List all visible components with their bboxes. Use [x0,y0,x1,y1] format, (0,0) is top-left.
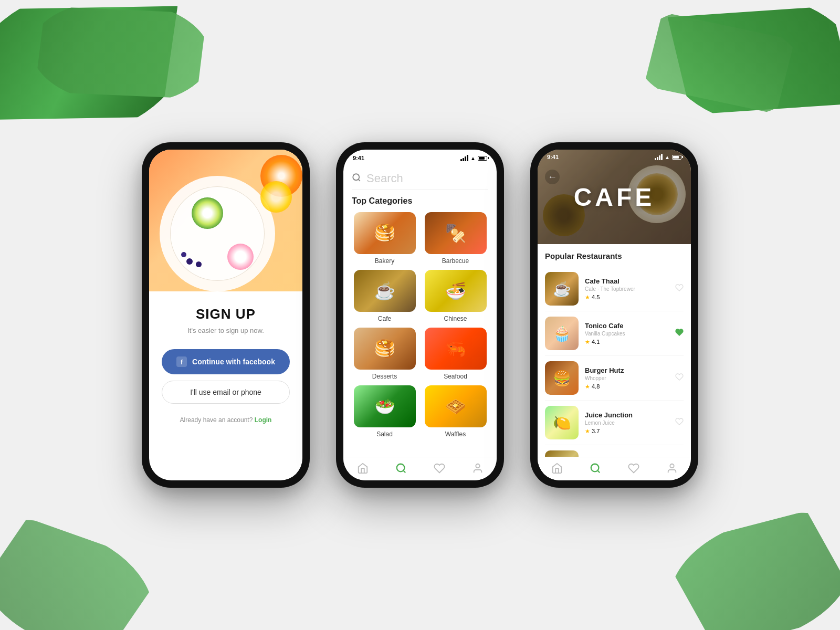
facebook-button[interactable]: f Continue with facebook [162,349,290,374]
nav-search[interactable] [395,463,407,474]
restaurant-thumb-burger-hutz: 🍔 [545,361,579,395]
search-placeholder[interactable]: Search [366,172,403,185]
facebook-icon: f [176,356,187,367]
restaurant-thumb-cafe-thaal: ☕ [545,272,579,306]
plate-decoration [160,176,275,291]
restaurant-item-cafe-thaal[interactable]: ☕ Cafe Thaal Cafe · The Topbrewer ★ 4.5 [545,267,684,311]
nav-search-rest[interactable] [590,463,601,474]
nav-profile[interactable] [472,463,484,474]
restaurant-name-burger-hutz: Burger Hutz [585,366,669,374]
restaurant-name-tonico-cafe: Tonico Cafe [585,322,669,330]
nav-favorites[interactable] [434,463,445,474]
category-img-desserts: 🥞 [354,328,416,370]
wifi-icon: ▲ [470,155,476,161]
categories-grid: 🥞 Bakery 🍢 Barbecue ☕ Cafe 🍜 Chinese 🥞 D… [352,212,488,438]
popular-title: Popular Restaurants [545,251,684,260]
category-item-bakery[interactable]: 🥞 Bakery [352,212,417,265]
favorite-button-burger-hutz[interactable] [675,373,684,383]
nav-favorites-rest[interactable] [628,463,639,474]
restaurant-rating-cafe-thaal: ★ 4.5 [585,294,669,301]
rating-value: 4.8 [592,383,600,390]
restaurant-sub-juice-junction: Lemon Juice [585,420,669,426]
category-img-cafe: ☕ [354,270,416,312]
category-img-inner: 🦐 [425,328,487,370]
svg-point-5 [591,464,598,472]
thumb-inner: ☕ [545,272,579,306]
nav-profile-rest[interactable] [666,463,678,474]
blueberry3 [196,261,202,267]
restaurant-screen: 9:41 ▲ [538,150,691,480]
svg-line-1 [358,179,360,181]
battery-icon [478,156,487,161]
categories-title: Top Categories [352,196,488,206]
lemon-decoration [260,181,292,213]
restaurant-sub-tonico-cafe: Vanilla Cupcakes [585,331,669,337]
category-img-chinese: 🍜 [425,270,487,312]
favorite-button-juice-junction[interactable] [675,417,684,428]
restaurant-item-juice-junction[interactable]: 🍋 Juice Junction Lemon Juice ★ 3.7 [545,401,684,445]
restaurant-info-juice-junction: Juice Junction Lemon Juice ★ 3.7 [585,411,669,435]
restaurant-thumb-subway-foods: 🥪 [545,450,579,457]
restaurant-hero: 9:41 ▲ [538,150,691,244]
category-img-inner: 🍜 [425,270,487,312]
category-item-desserts[interactable]: 🥞 Desserts [352,328,417,380]
restaurant-rating-burger-hutz: ★ 4.8 [585,383,669,390]
facebook-button-label: Continue with facebook [192,358,275,366]
favorite-button-cafe-thaal[interactable] [675,284,684,294]
already-account-text: Already have an account? Login [162,416,290,424]
restaurant-item-subway-foods[interactable]: 🥪 Subway Foods Fresh Sandwiches ★ 4.2 [545,445,684,457]
svg-line-3 [403,470,405,472]
category-label-waffles: Waffles [445,430,466,438]
signup-title: SIGN UP [162,306,290,322]
category-item-seafood[interactable]: 🦐 Seafood [423,328,488,380]
email-button[interactable]: I'll use email or phone [162,381,290,404]
category-item-barbecue[interactable]: 🍢 Barbecue [423,212,488,265]
phone-restaurant: 9:41 ▲ [530,142,698,488]
already-label: Already have an account? [180,416,253,424]
nav-home-rest[interactable] [551,463,563,474]
categories-status-bar: 9:41 ▲ [343,150,497,164]
search-screen: 9:41 ▲ [343,150,497,480]
category-img-bakery: 🥞 [354,212,416,254]
restaurant-rating-tonico-cafe: ★ 4.1 [585,339,669,345]
category-item-cafe[interactable]: ☕ Cafe [352,270,417,322]
star-icon: ★ [585,339,590,345]
restaurant-status-overlay: 9:41 ▲ [538,150,691,162]
categories-time: 9:41 [353,155,364,161]
popular-section: Popular Restaurants ☕ Cafe Thaal Cafe · … [538,244,691,457]
svg-point-0 [353,174,359,180]
star-icon: ★ [585,383,590,390]
category-label-cafe: Cafe [378,315,391,322]
restaurant-info-tonico-cafe: Tonico Cafe Vanilla Cupcakes ★ 4.1 [585,322,669,345]
signup-subtitle: It's easier to sign up now. [162,327,290,334]
categories-screen: 9:41 ▲ [343,150,497,480]
category-label-barbecue: Barbecue [442,257,469,265]
category-img-barbecue: 🍢 [425,212,487,254]
categories-section: Top Categories 🥞 Bakery 🍢 Barbecue ☕ Caf… [343,194,497,457]
bottom-nav-restaurant [538,457,691,480]
login-link[interactable]: Login [255,416,272,424]
restaurant-thumb-juice-junction: 🍋 [545,406,579,439]
leaf-decoration-br [658,504,840,630]
signal-icon [655,154,663,160]
category-item-salad[interactable]: 🥗 Salad [352,385,417,438]
signal-icon [460,155,468,161]
email-button-label: I'll use email or phone [190,388,261,396]
favorite-button-tonico-cafe[interactable] [675,328,684,339]
thumb-inner: 🍋 [545,406,579,439]
restaurant-item-burger-hutz[interactable]: 🍔 Burger Hutz Whopper ★ 4.8 [545,356,684,401]
bottom-nav-categories [343,457,497,480]
category-item-waffles[interactable]: 🧇 Waffles [423,385,488,438]
wifi-icon: ▲ [665,154,670,160]
blueberry2 [181,252,186,257]
category-item-chinese[interactable]: 🍜 Chinese [423,270,488,322]
restaurant-thumb-tonico-cafe: 🧁 [545,317,579,350]
search-bar[interactable]: Search [352,172,488,190]
restaurant-sub-burger-hutz: Whopper [585,375,669,381]
restaurant-item-tonico-cafe[interactable]: 🧁 Tonico Cafe Vanilla Cupcakes ★ 4.1 [545,311,684,356]
search-bar-container: Search [343,164,497,194]
categories-status-icons: ▲ [460,155,487,161]
nav-home[interactable] [357,463,369,474]
restaurant-sub-cafe-thaal: Cafe · The Topbrewer [585,286,669,292]
thumb-inner: 🍔 [545,361,579,395]
